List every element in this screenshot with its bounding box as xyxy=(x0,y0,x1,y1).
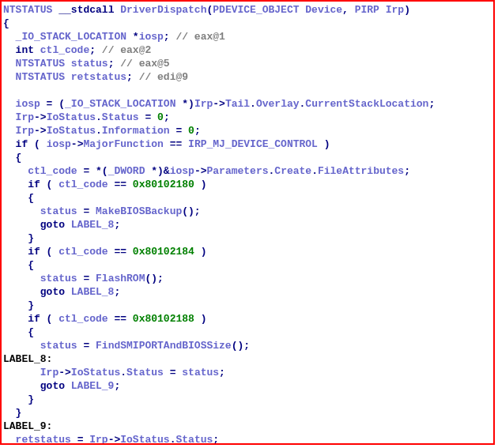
punct: ) xyxy=(404,4,410,16)
op: == xyxy=(164,138,188,150)
arrow: -> xyxy=(71,138,84,150)
comment: // edi@9 xyxy=(139,71,188,83)
var-name: retstatus xyxy=(65,71,126,83)
var-name: Irp xyxy=(3,125,34,137)
punct: ; xyxy=(108,58,121,70)
brace: { xyxy=(3,17,9,29)
punct: = ( xyxy=(40,98,65,110)
op: == xyxy=(108,313,133,325)
var-name: Irp xyxy=(194,98,213,110)
type-name: _IO_STACK_LOCATION xyxy=(3,31,133,43)
member: Tail xyxy=(225,98,250,110)
assign: = xyxy=(170,125,188,137)
member: IoStatus xyxy=(47,111,96,123)
member: IoStatus xyxy=(47,125,96,137)
brace: { xyxy=(3,152,21,164)
code-label: LABEL_8: xyxy=(3,353,52,365)
var-name: iosp xyxy=(170,165,194,177)
code-viewer: NTSTATUS __stdcall DriverDispatch(PDEVIC… xyxy=(0,0,495,445)
punct: ( xyxy=(40,179,58,190)
keyword: if xyxy=(3,246,40,258)
punct: ( xyxy=(40,313,58,325)
member: Status xyxy=(102,111,139,123)
member: CurrentStackLocation xyxy=(305,98,428,110)
var-name: Irp xyxy=(3,367,58,378)
assign: = xyxy=(139,111,157,123)
label-target: LABEL_9 xyxy=(65,380,114,392)
keyword: goto xyxy=(3,380,65,392)
brace: } xyxy=(3,393,34,405)
type-name: NTSTATUS xyxy=(3,58,65,70)
member: Status xyxy=(175,434,213,445)
var-name: ctl_code xyxy=(58,313,108,325)
punct: *) xyxy=(182,98,194,110)
member: Create xyxy=(274,165,311,177)
comment: // eax@1 xyxy=(175,31,224,43)
brace: } xyxy=(3,407,21,419)
punct: ) xyxy=(318,138,330,150)
punct: ; xyxy=(404,165,410,177)
var-name: iosp xyxy=(3,98,40,110)
type-name: PIRP xyxy=(355,4,379,16)
brace: } xyxy=(3,299,34,311)
number: 0x80102180 xyxy=(133,179,194,190)
star: * xyxy=(133,31,139,43)
assign: = xyxy=(77,273,96,284)
punct: (); xyxy=(145,273,163,284)
punct: ; xyxy=(213,434,219,445)
punct: ; xyxy=(114,219,120,231)
op: == xyxy=(108,179,133,190)
func-call: FindSMIPORTAndBIOSSize xyxy=(96,340,232,352)
op: == xyxy=(108,246,133,258)
var-name: Irp xyxy=(89,434,108,445)
func-call: FlashROM xyxy=(96,273,145,284)
assign: = xyxy=(77,205,96,217)
var-name: iosp xyxy=(47,138,71,150)
keyword: if xyxy=(3,313,40,325)
keyword: int xyxy=(3,44,34,56)
number: 0x80102188 xyxy=(133,313,194,325)
member: Status xyxy=(126,367,164,378)
punct: ; xyxy=(89,44,102,56)
member: IoStatus xyxy=(71,367,120,378)
label-target: LABEL_8 xyxy=(65,286,114,298)
punct: *)& xyxy=(145,165,169,177)
keyword: if xyxy=(3,179,40,190)
var-name: ctl_code xyxy=(58,246,108,258)
punct: ( xyxy=(40,246,58,258)
var-name: ctl_code xyxy=(3,165,77,177)
punct: ; xyxy=(114,286,120,298)
punct: ; xyxy=(194,125,201,137)
keyword: if xyxy=(3,138,28,150)
dot: . xyxy=(96,111,102,123)
arrow: -> xyxy=(34,111,47,123)
var-name: status xyxy=(3,273,77,284)
dot: . xyxy=(96,125,102,137)
type-name: NTSTATUS xyxy=(3,71,65,83)
var-name: status xyxy=(3,340,77,352)
punct: ; xyxy=(114,380,120,392)
var-name: status xyxy=(182,367,219,378)
punct: ) xyxy=(194,179,207,190)
member: IoStatus xyxy=(120,434,169,445)
dot: . xyxy=(311,165,318,177)
var-name: iosp xyxy=(139,31,164,43)
type-name: _IO_STACK_LOCATION xyxy=(65,98,182,110)
punct: , xyxy=(342,4,355,16)
brace: { xyxy=(3,326,34,338)
func-name: DriverDispatch xyxy=(120,4,206,16)
var-name: retstatus xyxy=(3,434,71,445)
assign: = xyxy=(71,434,89,445)
dot: . xyxy=(250,98,256,110)
var-name: ctl_code xyxy=(58,179,108,190)
brace: { xyxy=(3,192,34,204)
brace: } xyxy=(3,232,34,244)
number: 0 xyxy=(157,111,164,123)
func-call: MakeBIOSBackup xyxy=(96,205,182,217)
param-name: Device xyxy=(300,4,343,16)
member: MajorFunction xyxy=(83,138,163,150)
var-name: ctl_code xyxy=(34,44,89,56)
var-name: Irp xyxy=(3,111,34,123)
comment: // eax@2 xyxy=(102,44,151,56)
member: FileAttributes xyxy=(318,165,404,177)
